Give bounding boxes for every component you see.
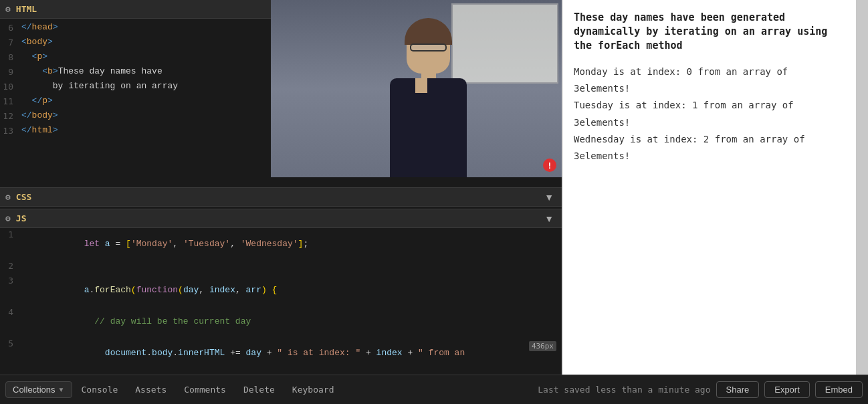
js-section-header: ⚙ JS ▼ [0, 209, 562, 228]
js-code-line-3: 3 a.forEach(function(day, index, arr) { [0, 274, 562, 306]
export-button[interactable]: Export [764, 381, 810, 398]
js-collapse-button[interactable]: ▼ [542, 213, 556, 224]
save-status: Last saved less than a minute ago [538, 385, 710, 395]
preview-line-2: Tuesday is at index: 1 from an array of … [574, 100, 794, 127]
js-section-title: JS [16, 213, 542, 223]
js-code-line-2: 2 [0, 260, 562, 274]
toolbar-right: Last saved less than a minute ago Share … [538, 381, 863, 398]
gear-icon[interactable]: ⚙ [5, 4, 11, 14]
edge-panel [856, 0, 868, 375]
px-badge: 436px [529, 341, 556, 351]
console-button[interactable]: Console [74, 382, 126, 397]
js-code-line-1: 1 let a = ['Monday', 'Tuesday', 'Wednesd… [0, 228, 562, 260]
share-button[interactable]: Share [716, 381, 760, 398]
comments-button[interactable]: Comments [176, 382, 234, 397]
js-code-area[interactable]: 1 let a = ['Monday', 'Tuesday', 'Wednesd… [0, 228, 562, 375]
preview-content: Monday is at index: 0 from an array of 3… [574, 64, 845, 165]
collections-button[interactable]: Collections ▼ [5, 381, 72, 398]
delete-button[interactable]: Delete [235, 382, 283, 397]
html-section: ⚙ HTML ▼ 6 </head> 7 <body> 8 <p> 9 [0, 0, 562, 187]
js-code-line-5b: array of " + arr.length + "elements!<br>… [0, 369, 562, 375]
js-gear-icon[interactable]: ⚙ [5, 213, 11, 223]
toolbar-left: Collections ▼ Console Assets Comments De… [5, 381, 342, 398]
css-section-header: ⚙ CSS ▼ [0, 188, 562, 207]
preview-heading: These day names have been generated dyna… [574, 11, 845, 53]
editor-panel: ⚙ HTML ▼ 6 </head> 7 <body> 8 <p> 9 [0, 0, 562, 375]
css-gear-icon[interactable]: ⚙ [5, 192, 11, 202]
embed-button[interactable]: Embed [815, 381, 863, 398]
css-collapse-button[interactable]: ▼ [542, 192, 556, 203]
js-code-line-4: 4 // day will be the current day [0, 306, 562, 337]
collections-label: Collections [13, 385, 56, 395]
preview-panel: These day names have been generated dyna… [562, 0, 856, 375]
error-badge: ! [543, 159, 556, 172]
bottom-toolbar: Collections ▼ Console Assets Comments De… [0, 375, 868, 404]
css-section: ⚙ CSS ▼ [0, 187, 562, 209]
video-overlay: ! [271, 0, 562, 177]
js-section: ⚙ JS ▼ 1 let a = ['Monday', 'Tuesday', '… [0, 209, 562, 375]
collections-chevron-icon: ▼ [58, 386, 65, 393]
js-code-line-5: 5 document.body.innerHTML += day + " is … [0, 337, 562, 369]
keyboard-button[interactable]: Keyboard [284, 382, 342, 397]
assets-button[interactable]: Assets [127, 382, 175, 397]
preview-line-3: Wednesday is at index: 2 from an array o… [574, 134, 805, 161]
preview-line-1: Monday is at index: 0 from an array of 3… [574, 66, 788, 94]
css-section-title: CSS [16, 192, 542, 202]
